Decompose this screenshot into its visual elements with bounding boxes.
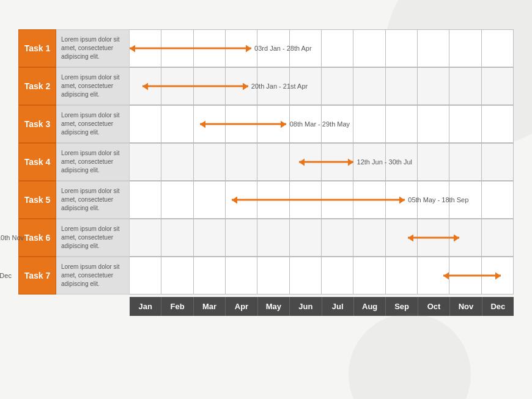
grid-row-6: 22nd Sep - 10th Nov	[130, 219, 514, 257]
page: Task 1Lorem ipsum dolor sit amet, consec…	[0, 0, 532, 399]
date-label-1: 03rd Jan - 28th Apr	[254, 45, 312, 52]
arrow-bar-5	[232, 199, 405, 201]
task-row-6: Task 6Lorem ipsum dolor sit amet, consec…	[18, 219, 514, 257]
task-label-6: Task 6	[18, 219, 56, 257]
task-row-7: Task 7Lorem ipsum dolor sit amet, consec…	[18, 257, 514, 295]
grid-row-5: 05th May - 18th Sep	[130, 181, 514, 219]
task-row-3: Task 3Lorem ipsum dolor sit amet, consec…	[18, 105, 514, 143]
month-label-jul: Jul	[322, 297, 354, 316]
grid-row-7: 26th Oct - 18th Dec	[130, 257, 514, 295]
month-label-apr: Apr	[226, 297, 257, 316]
month-labels: JanFebMarAprMayJunJulAugSepOctNovDec	[130, 297, 514, 316]
date-label-2: 20th Jan - 21st Apr	[251, 82, 308, 90]
task-desc-3: Lorem ipsum dolor sit amet, consectetuer…	[56, 105, 130, 143]
month-label-nov: Nov	[450, 297, 482, 316]
arrow-bar-1	[130, 48, 251, 49]
task-desc-7: Lorem ipsum dolor sit amet, consectetuer…	[56, 257, 130, 295]
task-desc-5: Lorem ipsum dolor sit amet, consectetuer…	[56, 181, 130, 219]
month-label-sep: Sep	[386, 297, 418, 316]
month-header-row: JanFebMarAprMayJunJulAugSepOctNovDec	[18, 297, 514, 316]
grid-row-1: 03rd Jan - 28th Apr	[130, 29, 514, 67]
month-label-feb: Feb	[161, 297, 193, 316]
date-label-4: 12th Jun - 30th Jul	[357, 158, 413, 166]
grid-row-4: 12th Jun - 30th Jul	[130, 143, 514, 181]
date-label-7: 26th Oct - 18th Dec	[0, 272, 12, 279]
date-label-5: 05th May - 18th Sep	[408, 196, 468, 203]
gantt-rows: Task 1Lorem ipsum dolor sit amet, consec…	[18, 29, 514, 295]
month-label-jun: Jun	[290, 297, 322, 316]
arrow-bar-7	[443, 275, 501, 277]
month-label-may: May	[258, 297, 290, 316]
task-label-2: Task 2	[18, 67, 56, 105]
task-row-2: Task 2Lorem ipsum dolor sit amet, consec…	[18, 67, 514, 105]
arrow-bar-3	[200, 123, 286, 125]
grid-row-3: 08th Mar - 29th May	[130, 105, 514, 143]
task-desc-2: Lorem ipsum dolor sit amet, consectetuer…	[56, 67, 130, 105]
task-row-5: Task 5Lorem ipsum dolor sit amet, consec…	[18, 181, 514, 219]
arrow-bar-6	[408, 237, 459, 239]
task-row-1: Task 1Lorem ipsum dolor sit amet, consec…	[18, 29, 514, 67]
arrow-bar-2	[142, 86, 248, 87]
date-label-6: 22nd Sep - 10th Nov	[0, 234, 24, 241]
month-spacer	[18, 297, 130, 316]
task-label-3: Task 3	[18, 105, 56, 143]
gantt-container: Task 1Lorem ipsum dolor sit amet, consec…	[18, 29, 514, 316]
month-label-jan: Jan	[130, 297, 161, 316]
grid-row-2: 20th Jan - 21st Apr	[130, 67, 514, 105]
task-label-4: Task 4	[18, 143, 56, 181]
task-desc-1: Lorem ipsum dolor sit amet, consectetuer…	[56, 29, 130, 67]
task-label-5: Task 5	[18, 181, 56, 219]
month-label-oct: Oct	[418, 297, 450, 316]
month-label-dec: Dec	[482, 297, 514, 316]
date-label-3: 08th Mar - 29th May	[290, 120, 350, 128]
task-desc-4: Lorem ipsum dolor sit amet, consectetuer…	[56, 143, 130, 181]
task-desc-6: Lorem ipsum dolor sit amet, consectetuer…	[56, 219, 130, 257]
task-label-1: Task 1	[18, 29, 56, 67]
arrow-bar-4	[299, 161, 353, 163]
month-label-aug: Aug	[354, 297, 386, 316]
month-label-mar: Mar	[194, 297, 226, 316]
task-label-7: Task 7	[18, 257, 56, 295]
task-row-4: Task 4Lorem ipsum dolor sit amet, consec…	[18, 143, 514, 181]
